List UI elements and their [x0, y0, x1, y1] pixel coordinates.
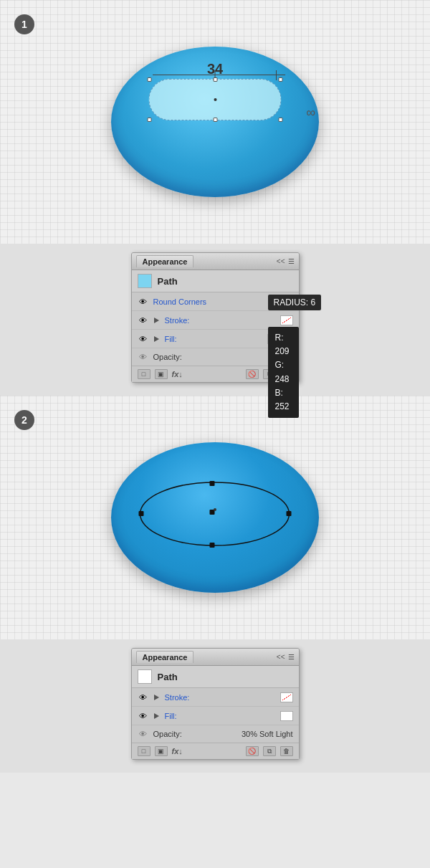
handle-bm [213, 118, 217, 122]
collapse-icon-2[interactable]: << [277, 653, 285, 661]
visibility-icon-6[interactable]: 👁 [138, 712, 149, 720]
path-label-2: Path [158, 672, 178, 682]
tooltip-rgb: R: 209 G: 248 B: 252 [268, 327, 299, 418]
svg-rect-4 [139, 511, 144, 516]
expand-btn-3[interactable] [153, 694, 161, 701]
fx-label-1[interactable]: fx↓ [172, 370, 183, 378]
appearance-panel-1[interactable]: Appearance << ☰ Path 👁 Round Corners RAD… [131, 252, 300, 383]
delete-icon-2[interactable]: 🚫 [246, 746, 259, 756]
handle-tr [279, 77, 283, 82]
row-round-corners[interactable]: 👁 Round Corners RADIUS: 6 [132, 292, 299, 311]
fill-label-1: Fill: [165, 335, 263, 343]
step-badge-1: 1 [14, 14, 34, 34]
visibility-icon-3[interactable]: 👁 [138, 335, 149, 343]
rgb-r: R: 209 [275, 331, 292, 358]
panel-section-2: Appearance << ☰ Path 👁 Stroke: 👁 Fill: [0, 639, 430, 773]
row-opacity-2: 👁 Opacity: 30% Soft Light [132, 725, 299, 743]
row-fill-1[interactable]: 👁 Fill: R: 209 G: 248 B: 252 [132, 330, 299, 348]
visibility-icon-7[interactable]: 👁 [138, 730, 149, 738]
rounded-rect [149, 79, 282, 120]
path-icon-2 [138, 669, 152, 684]
panel-header-2: Path [132, 666, 299, 688]
fx-label-2[interactable]: fx↓ [172, 747, 183, 755]
panel-controls-2: << ☰ [277, 653, 295, 661]
ellipse-path [138, 480, 292, 548]
panel-tab-1[interactable]: Appearance [136, 255, 194, 267]
new-layer-icon[interactable]: □ [138, 369, 150, 379]
svg-rect-2 [210, 481, 215, 486]
stroke-swatch-2[interactable] [280, 692, 293, 702]
collapse-icon[interactable]: << [277, 257, 285, 265]
oval-container-1: 34 ∞ [108, 43, 322, 201]
handle-tm [213, 77, 217, 82]
visibility-icon-4[interactable]: 👁 [138, 353, 149, 361]
canvas-1: 1 34 ∞ [0, 0, 430, 244]
rgb-b: B: 252 [275, 386, 292, 414]
expand-btn-1[interactable] [153, 317, 161, 324]
handle-bl [148, 118, 152, 122]
panel-menu-icon[interactable]: ☰ [288, 257, 295, 265]
section-1: 1 34 ∞ [0, 0, 430, 244]
panel-tab-2[interactable]: Appearance [136, 651, 194, 663]
copy-icon-2[interactable]: ⧉ [263, 746, 276, 756]
svg-rect-5 [287, 511, 292, 516]
visibility-icon-5[interactable]: 👁 [138, 693, 149, 702]
appearance-panel-2[interactable]: Appearance << ☰ Path 👁 Stroke: 👁 Fill: [131, 648, 300, 760]
opacity-value-2: 30% Soft Light [242, 730, 293, 738]
dimension-label: 34 [207, 61, 223, 77]
panel-section-1: Appearance << ☰ Path 👁 Round Corners RAD… [0, 244, 430, 396]
layer-icon[interactable]: ▣ [155, 369, 168, 379]
ellipse-svg [138, 480, 292, 548]
new-layer-icon-2[interactable]: □ [138, 746, 150, 756]
stroke-label-2: Stroke: [165, 693, 276, 702]
visibility-icon-2[interactable]: 👁 [138, 316, 149, 325]
panel-titlebar-2: Appearance << ☰ [132, 649, 299, 666]
opacity-label-2: Opacity: [153, 730, 237, 738]
row-stroke-2[interactable]: 👁 Stroke: [132, 688, 299, 707]
panel-titlebar-1: Appearance << ☰ [132, 253, 299, 270]
section-2: 2 [0, 396, 430, 639]
stroke-swatch-1[interactable] [280, 315, 293, 325]
fill-label-2: Fill: [165, 712, 276, 720]
expand-btn-2[interactable] [153, 335, 161, 343]
panel-header-1: Path [132, 270, 299, 292]
rgb-g: G: 248 [275, 358, 292, 386]
tooltip-radius: RADIUS: 6 [268, 295, 322, 310]
opacity-label-1: Opacity: [153, 353, 264, 361]
delete-icon[interactable]: 🚫 [246, 369, 259, 379]
stroke-label-1: Stroke: [165, 316, 276, 325]
panel-footer-2: □ ▣ fx↓ 🚫 ⧉ 🗑 [132, 743, 299, 759]
row-fill-2[interactable]: 👁 Fill: [132, 707, 299, 725]
fill-swatch-2[interactable] [280, 711, 293, 721]
handle-tl [148, 77, 152, 82]
canvas-2: 2 [0, 396, 430, 639]
expand-btn-4[interactable] [153, 712, 161, 720]
dim-end-right [276, 70, 277, 80]
oval-container-2 [108, 439, 322, 596]
rgb-tooltip-box: R: 209 G: 248 B: 252 [268, 327, 299, 418]
panel-controls-1: << ☰ [277, 257, 295, 265]
center-dot-2 [214, 508, 216, 511]
path-icon [138, 274, 152, 288]
svg-rect-3 [210, 543, 215, 548]
visibility-icon-1[interactable]: 👁 [138, 297, 149, 306]
center-dot [214, 98, 216, 101]
layer-icon-2[interactable]: ▣ [155, 746, 168, 756]
infinity-icon: ∞ [306, 105, 315, 120]
trash-icon-2[interactable]: 🗑 [280, 746, 293, 756]
panel-menu-icon-2[interactable]: ☰ [288, 653, 295, 661]
step-badge-2: 2 [14, 410, 34, 430]
handle-br [279, 118, 283, 122]
radius-tooltip-box: RADIUS: 6 [268, 295, 322, 310]
path-label-1: Path [158, 276, 178, 287]
